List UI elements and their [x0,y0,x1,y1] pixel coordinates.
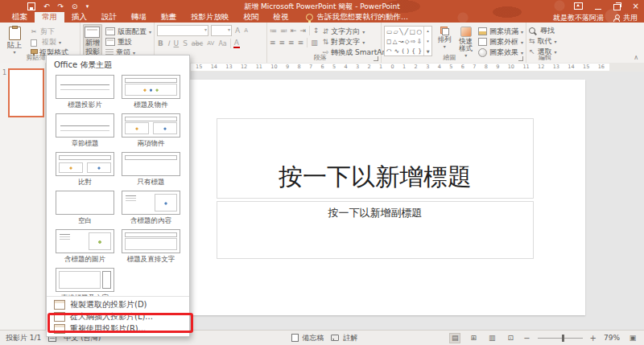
share-button[interactable]: 共用 [613,13,638,23]
font-color-button[interactable]: A [233,39,240,48]
bold-button[interactable]: B [157,39,164,47]
tell-me-box[interactable]: 告訴我您想要執行的動作... [306,12,409,23]
customize-qat-button[interactable]: ▾ [86,2,89,10]
quick-styles-button[interactable]: 快速樣式 ▾ [457,24,475,57]
shape-icon[interactable]: ↝ [398,38,403,45]
fit-slide-to-window-button[interactable]: ▣ [627,333,638,343]
layout-button[interactable]: 版面配置 ▾ [105,27,151,36]
notes-button[interactable]: 備忘稿 [291,333,324,343]
layout-option-comparison[interactable]: 比對 [56,152,114,187]
grow-font-button[interactable]: A [234,27,241,35]
strikethrough-button[interactable]: abc [191,40,204,47]
justify-icon[interactable]: ≡ [298,39,304,47]
tab-設計[interactable]: 設計 [94,12,124,23]
menu-item-annotated[interactable]: 從大綱插入投影片(L)... [47,310,189,322]
replace-button[interactable]: ⇆ 取代 ▾ [529,36,569,46]
align-right-icon[interactable]: ≡ [288,39,295,47]
zoom-slider[interactable] [538,338,583,339]
undo-button[interactable]: ↶ [43,2,50,10]
restore-button[interactable] [613,4,621,10]
subtitle-placeholder[interactable]: 按一下以新增副標題 [217,201,534,259]
line-spacing-icon[interactable]: ↕ [313,27,320,35]
zoom-out-button[interactable]: − [523,334,530,343]
ribbon-display-options-icon[interactable] [574,2,583,10]
gallery-scrollbar[interactable]: ▴ ▾ ▼ [423,27,431,55]
shape-fill-button[interactable]: 圖案填滿 ▾ [478,27,523,36]
tab-檢視[interactable]: 檢視 [266,12,296,23]
bullets-icon[interactable]: ≔ [270,27,277,35]
view-normal-button[interactable]: ▤ [449,333,460,343]
tab-轉場[interactable]: 轉場 [124,12,154,23]
shape-icon[interactable]: ⇩ [417,38,422,45]
copy-button[interactable]: 複製 ▾ [30,37,68,47]
title-placeholder[interactable]: 按一下以新增標題 [217,118,534,199]
zoom-level[interactable]: 79% [604,334,620,342]
increase-indent-icon[interactable]: ⇥ [300,27,307,35]
zoom-slider-thumb[interactable] [562,335,564,342]
underline-button[interactable]: U [173,39,180,47]
layout-option-title-content[interactable]: 標題及物件 [122,75,180,110]
layout-option-caption-content[interactable]: 含標題的內容 [122,191,180,226]
tab-校閱[interactable]: 校閱 [237,12,266,23]
change-case-button[interactable]: Aa [217,40,227,47]
cut-button[interactable]: ✂ 剪下 [30,27,68,36]
tab-常用[interactable]: 常用 [35,12,64,23]
tab-file[interactable]: 檔案 [5,12,35,23]
find-button[interactable]: 尋找 [529,26,569,35]
shape-icon[interactable]: ⇨ [411,38,415,45]
save-icon[interactable] [27,2,35,10]
shape-icon[interactable]: ╱ [405,28,409,35]
dialog-launcher-icon[interactable] [374,56,378,61]
menu-item[interactable]: 複製選取的投影片(D) [47,298,189,310]
comments-button[interactable]: 註解 [331,333,357,343]
tab-投影片放映[interactable]: 投影片放映 [184,12,237,23]
layout-option-section-header[interactable]: 章節標題 [56,113,114,149]
view-slide-sorter-button[interactable]: ⊞ [468,333,479,343]
collapse-ribbon-icon[interactable]: ∧ [634,54,638,61]
dialog-launcher-icon[interactable] [518,56,523,61]
align-left-icon[interactable]: ≡ [270,39,276,47]
shape-icon[interactable]: △ [393,38,398,45]
view-slideshow-button[interactable]: ⊡ [505,333,516,343]
arrange-button[interactable]: 排列 ▾ [436,24,453,57]
character-spacing-button[interactable]: AV [206,40,215,47]
columns-icon[interactable]: ▥ [311,39,318,47]
shape-icon[interactable]: ○ [417,28,423,35]
layout-option-vertical-title-text[interactable]: 直排標題及文字 [56,268,114,296]
shape-outline-button[interactable]: 圖案外框 ▾ [478,37,523,47]
italic-button[interactable]: I [167,39,171,47]
layout-option-title-vertical-text[interactable]: 標題及直排文字 [122,229,180,265]
view-reading-button[interactable]: ▥ [486,333,497,343]
user-name[interactable]: 就是教不落阿湯 [553,13,604,23]
menu-item[interactable]: 重複使用投影片(R)... [47,322,189,335]
layout-option-two-content[interactable]: 兩項物件 [122,113,180,149]
shape-icon[interactable]: ╲ [399,28,403,35]
paste-button[interactable]: 貼上 ▾ [2,24,27,57]
zoom-in-button[interactable]: + [590,334,597,343]
font-size-combobox[interactable] [211,25,232,36]
redo-button[interactable]: ↷ [58,2,64,10]
layout-option-title-slide[interactable]: 標題投影片 [56,75,114,110]
reset-button[interactable]: 重設 [105,37,151,47]
close-button[interactable]: × [633,2,639,10]
shapes-gallery[interactable]: ▭▱╲╱□○◻△↝◇⇨⇩◠∿(){} ▴ ▾ ▼ [384,26,432,56]
align-center-icon[interactable]: ≡ [279,39,286,47]
slide-canvas[interactable]: 按一下以新增標題 按一下以新增副標題 [165,80,585,315]
decrease-indent-icon[interactable]: ⇤ [291,27,297,35]
minimize-button[interactable] [595,9,601,10]
horizontal-ruler[interactable]: 1514131211109876543210123456789101112131… [191,64,609,71]
slide-thumbnail[interactable] [8,68,44,117]
shape-icon[interactable]: ▱ [394,28,398,35]
touch-mode-button[interactable]: ⊙ [72,2,78,10]
scroll-down-icon[interactable]: ▾ [427,39,429,43]
tab-插入[interactable]: 插入 [64,12,94,23]
tab-動畫[interactable]: 動畫 [154,12,184,23]
layout-option-title-only[interactable]: 只有標題 [122,152,180,187]
layout-option-blank[interactable]: 空白 [56,191,114,226]
numbering-icon[interactable]: ≕ [280,27,287,35]
shrink-font-button[interactable]: A [243,27,249,34]
font-name-combobox[interactable] [157,25,208,36]
text-shadow-button[interactable]: S [182,39,188,47]
scroll-up-icon[interactable]: ▴ [427,28,429,33]
shape-icon[interactable]: ◻ [386,38,391,45]
